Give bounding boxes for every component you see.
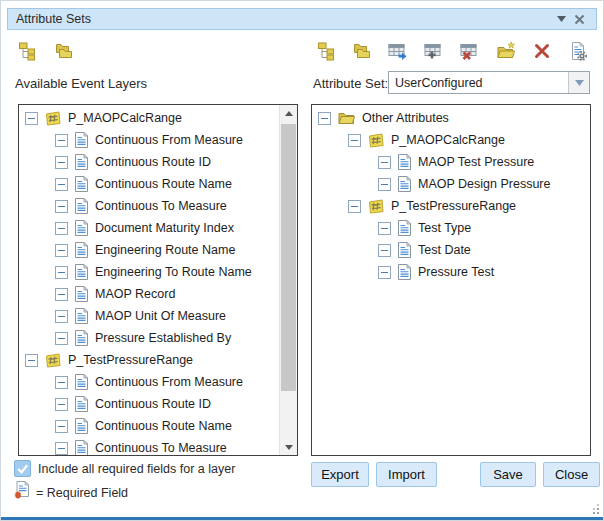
tree-item[interactable]: MAOP Record: [19, 283, 280, 305]
tree-item[interactable]: MAOP Test Pressure: [312, 151, 590, 173]
tree-item[interactable]: P_TestPressureRange: [312, 195, 590, 217]
attribute-set-properties-icon[interactable]: [567, 40, 589, 62]
toolbar-right: [315, 39, 589, 63]
tree-item[interactable]: P_TestPressureRange: [19, 349, 280, 371]
tree-item[interactable]: MAOP Unit Of Measure: [19, 305, 280, 327]
minus-expander-icon[interactable]: [25, 112, 38, 125]
tree-item[interactable]: Other Attributes: [312, 107, 590, 129]
close-icon[interactable]: [570, 10, 588, 28]
minus-expander-icon[interactable]: [378, 244, 391, 257]
tree-item[interactable]: Continuous To Measure: [19, 195, 280, 217]
field-icon: [75, 154, 88, 170]
field-icon: [75, 396, 88, 412]
tree-item[interactable]: Continuous Route Name: [19, 415, 280, 437]
tree-item[interactable]: Continuous From Measure: [19, 371, 280, 393]
folder-icon: [338, 112, 355, 125]
tree-item[interactable]: Pressure Established By: [19, 327, 280, 349]
new-attribute-set-icon[interactable]: [495, 40, 517, 62]
minus-expander-icon[interactable]: [378, 266, 391, 279]
export-table-icon[interactable]: [387, 40, 409, 62]
minus-expander-icon[interactable]: [55, 398, 68, 411]
minus-expander-icon[interactable]: [55, 420, 68, 433]
tree-item-label: Other Attributes: [362, 111, 449, 125]
minus-expander-icon[interactable]: [25, 354, 38, 367]
available-event-layers-tree-panel: P_MAOPCalcRangeContinuous From MeasureCo…: [18, 104, 298, 456]
field-icon: [398, 154, 411, 170]
minus-expander-icon[interactable]: [55, 200, 68, 213]
minus-expander-icon[interactable]: [378, 156, 391, 169]
minus-expander-icon[interactable]: [55, 310, 68, 323]
tree-item[interactable]: Test Type: [312, 217, 590, 239]
add-table-icon[interactable]: [423, 40, 445, 62]
tree-item[interactable]: Continuous Route Name: [19, 173, 280, 195]
tree-item-label: P_TestPressureRange: [68, 353, 193, 367]
dropdown-caret-icon[interactable]: [552, 10, 570, 28]
attribute-sets-dialog: Attribute Sets Available Event Layers At…: [0, 0, 604, 521]
minus-expander-icon[interactable]: [378, 222, 391, 235]
tree-item-label: Continuous Route ID: [95, 155, 211, 169]
tree-item-label: Continuous To Measure: [95, 199, 227, 213]
tree-item-label: Continuous From Measure: [95, 133, 243, 147]
minus-expander-icon[interactable]: [55, 288, 68, 301]
tree-item[interactable]: MAOP Design Pressure: [312, 173, 590, 195]
event-layers-folder-icon[interactable]: [53, 40, 75, 62]
tree-item[interactable]: Engineering Route Name: [19, 239, 280, 261]
required-field-legend: = Required Field: [36, 486, 128, 500]
tree-item[interactable]: Continuous Route ID: [19, 151, 280, 173]
event-layers-tree-icon[interactable]: [16, 40, 38, 62]
tree-item-label: P_MAOPCalcRange: [68, 111, 182, 125]
minus-expander-icon[interactable]: [348, 200, 361, 213]
import-button[interactable]: Import: [376, 462, 437, 487]
field-icon: [75, 330, 88, 346]
tree-item[interactable]: P_MAOPCalcRange: [19, 107, 280, 129]
minus-expander-icon[interactable]: [55, 332, 68, 345]
tree-item-label: MAOP Record: [95, 287, 175, 301]
export-button[interactable]: Export: [311, 462, 369, 487]
field-icon: [75, 308, 88, 324]
left-tree: P_MAOPCalcRangeContinuous From MeasureCo…: [19, 107, 280, 455]
minus-expander-icon[interactable]: [378, 178, 391, 191]
field-icon: [75, 374, 88, 390]
resize-grip[interactable]: [597, 512, 599, 514]
tree-item[interactable]: Engineering To Route Name: [19, 261, 280, 283]
minus-expander-icon[interactable]: [55, 178, 68, 191]
minus-expander-icon[interactable]: [55, 222, 68, 235]
titlebar: Attribute Sets: [7, 8, 597, 30]
attribute-set-folder-icon[interactable]: [351, 40, 373, 62]
minus-expander-icon[interactable]: [55, 442, 68, 455]
combo-dropdown-button[interactable]: [568, 72, 589, 93]
minus-expander-icon[interactable]: [55, 376, 68, 389]
minus-expander-icon[interactable]: [318, 112, 331, 125]
tree-item[interactable]: P_MAOPCalcRange: [312, 129, 590, 151]
close-button[interactable]: Close: [543, 462, 600, 487]
scroll-down-icon[interactable]: [280, 439, 297, 455]
field-icon: [75, 198, 88, 214]
include-required-fields-checkbox[interactable]: [14, 460, 31, 477]
delete-attribute-set-icon[interactable]: [531, 40, 553, 62]
tree-item[interactable]: Continuous To Measure: [19, 437, 280, 455]
minus-expander-icon[interactable]: [55, 244, 68, 257]
tree-item[interactable]: Continuous From Measure: [19, 129, 280, 151]
field-icon: [75, 242, 88, 258]
tree-item-label: Engineering To Route Name: [95, 265, 252, 279]
attribute-set-combobox[interactable]: UserConfigured: [388, 71, 590, 94]
tree-item[interactable]: Continuous Route ID: [19, 393, 280, 415]
tree-item[interactable]: Pressure Test: [312, 261, 590, 283]
vertical-scrollbar[interactable]: [279, 105, 297, 455]
minus-expander-icon[interactable]: [55, 266, 68, 279]
minus-expander-icon[interactable]: [55, 156, 68, 169]
minus-expander-icon[interactable]: [55, 134, 68, 147]
scroll-up-icon[interactable]: [280, 105, 297, 121]
save-button[interactable]: Save: [480, 462, 536, 487]
minus-expander-icon[interactable]: [348, 134, 361, 147]
available-event-layers-label: Available Event Layers: [15, 76, 147, 91]
remove-table-icon[interactable]: [459, 40, 481, 62]
tree-item[interactable]: Document Maturity Index: [19, 217, 280, 239]
tree-item[interactable]: Test Date: [312, 239, 590, 261]
tree-item-label: Continuous Route ID: [95, 397, 211, 411]
attribute-set-value: UserConfigured: [389, 76, 568, 90]
attribute-set-tree-icon[interactable]: [315, 40, 337, 62]
tree-item-label: Test Date: [418, 243, 471, 257]
scrollbar-thumb[interactable]: [281, 124, 296, 391]
tree-item-label: MAOP Design Pressure: [418, 177, 550, 191]
